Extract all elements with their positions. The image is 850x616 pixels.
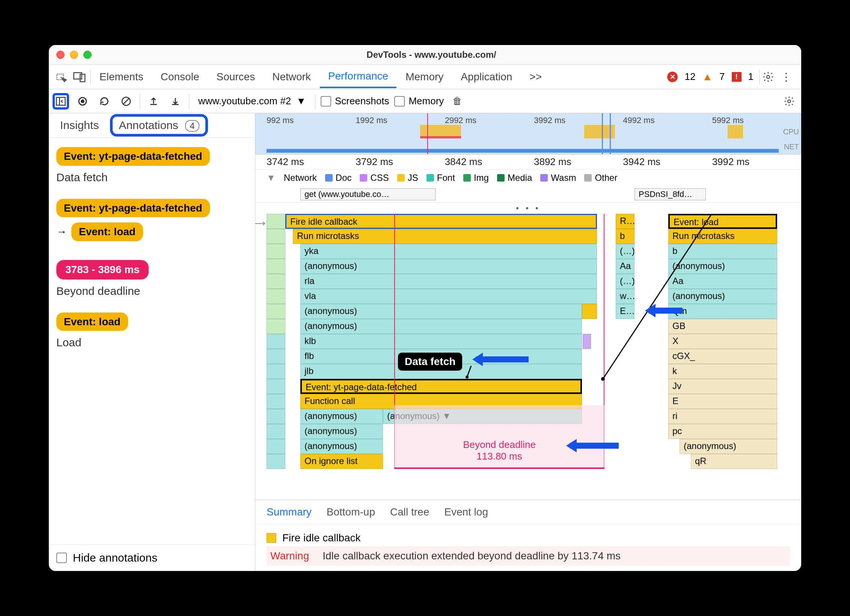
flame-bar[interactable]: ri bbox=[668, 409, 777, 424]
annotation-item[interactable]: Event: yt-page-data-fetched Data fetch bbox=[56, 147, 247, 184]
flame-bar[interactable] bbox=[583, 334, 591, 349]
flame-bar[interactable]: qR bbox=[691, 454, 777, 469]
error-icon: ✕ bbox=[667, 72, 678, 82]
flame-bar[interactable]: (anonymous) bbox=[300, 319, 582, 334]
reload-button[interactable] bbox=[96, 93, 113, 110]
network-track[interactable]: get (www.youtube.co…PSDnSI_8fd… bbox=[255, 186, 801, 203]
flame-bar[interactable]: (anonymous) bbox=[300, 259, 597, 274]
legend-other: Other bbox=[584, 173, 617, 183]
toggle-sidebar-button[interactable] bbox=[53, 93, 69, 110]
flame-bar[interactable]: vla bbox=[300, 289, 597, 304]
chevron-down-icon: ▼ bbox=[296, 95, 306, 107]
minimize-window-icon[interactable] bbox=[70, 51, 78, 59]
inspect-element-icon[interactable] bbox=[54, 69, 69, 84]
flame-bar[interactable]: Function call bbox=[300, 394, 582, 409]
window-title: DevTools - www.youtube.com/ bbox=[92, 50, 771, 60]
tab-bottom-up[interactable]: Bottom-up bbox=[327, 506, 375, 518]
tab-console[interactable]: Console bbox=[152, 66, 208, 87]
legend-media: Media bbox=[497, 173, 532, 183]
flame-bar[interactable] bbox=[582, 304, 597, 319]
tab-call-tree[interactable]: Call tree bbox=[390, 506, 429, 518]
flame-bar[interactable]: (anonymous) bbox=[300, 439, 383, 454]
panel-settings-icon[interactable] bbox=[781, 93, 797, 110]
sidebar-tab-annotations[interactable]: Annotations 4 bbox=[110, 114, 208, 137]
legend-css: CSS bbox=[360, 173, 389, 183]
hide-annotations-checkbox[interactable] bbox=[56, 553, 67, 563]
summary-pane: Summary Bottom-up Call tree Event log Fi… bbox=[255, 500, 801, 571]
overview-timeline[interactable]: 992 ms 1992 ms 2992 ms 3992 ms 4992 ms 5… bbox=[255, 113, 801, 155]
event-color-swatch bbox=[267, 533, 276, 543]
flame-bar[interactable]: (anonymous) bbox=[300, 304, 582, 319]
upload-button[interactable] bbox=[145, 93, 162, 110]
annotation-item[interactable]: Event: load Load bbox=[56, 313, 247, 349]
flame-bar[interactable]: On ignore list bbox=[300, 454, 383, 469]
flame-bar[interactable]: E bbox=[668, 394, 777, 409]
flame-bar[interactable]: Fire idle callback bbox=[285, 214, 597, 229]
flame-bar[interactable]: Run microtasks bbox=[293, 229, 597, 244]
sidebar: Insights Annotations 4 Event: yt-page-da… bbox=[49, 113, 255, 571]
flame-bar[interactable]: (anonymous) bbox=[300, 424, 383, 439]
flame-bar[interactable]: (anonymous) bbox=[300, 409, 383, 424]
overview-ticks: 992 ms 1992 ms 2992 ms 3992 ms 4992 ms 5… bbox=[255, 113, 801, 125]
tab-elements[interactable]: Elements bbox=[91, 66, 152, 87]
warning-icon: ▲ bbox=[702, 71, 713, 83]
legend-img: Img bbox=[463, 173, 489, 183]
hide-annotations-row[interactable]: Hide annotations bbox=[49, 544, 255, 571]
tab-event-log[interactable]: Event log bbox=[444, 506, 488, 518]
screenshots-checkbox[interactable]: Screenshots bbox=[321, 95, 389, 107]
settings-icon[interactable] bbox=[761, 69, 776, 84]
flame-bar[interactable]: klb bbox=[300, 334, 582, 349]
legend-wasm: Wasm bbox=[540, 173, 576, 183]
performance-toolbar: www.youtube.com #2 ▼ Screenshots Memory … bbox=[49, 89, 801, 113]
flame-bar[interactable]: pc bbox=[668, 424, 777, 439]
legend-doc: Doc bbox=[325, 173, 352, 183]
tab-performance[interactable]: Performance bbox=[320, 66, 396, 88]
tab-sources[interactable]: Sources bbox=[208, 66, 263, 87]
page-select-dropdown[interactable]: www.youtube.com #2 ▼ bbox=[194, 95, 310, 107]
annotations-list: Event: yt-page-data-fetched Data fetch E… bbox=[49, 138, 255, 544]
tab-summary[interactable]: Summary bbox=[267, 506, 312, 518]
kebab-menu-icon[interactable]: ⋮ bbox=[779, 69, 794, 84]
collapsed-ellipsis: • • • bbox=[255, 203, 801, 214]
arrow-right-icon: → bbox=[56, 226, 67, 238]
gc-button[interactable]: 🗑 bbox=[449, 93, 466, 110]
flame-bar[interactable]: (anonymous) ▼ bbox=[383, 409, 582, 424]
svg-line-13 bbox=[603, 214, 721, 379]
download-button[interactable] bbox=[167, 93, 184, 110]
sidebar-tab-insights[interactable]: Insights bbox=[55, 115, 104, 135]
network-collapse-icon[interactable]: ▼ bbox=[267, 173, 276, 183]
svg-line-11 bbox=[467, 366, 471, 377]
svg-point-14 bbox=[601, 377, 605, 381]
network-request[interactable]: get (www.youtube.co… bbox=[300, 188, 436, 200]
flame-bar[interactable]: rla bbox=[300, 274, 597, 289]
record-button[interactable] bbox=[74, 93, 91, 110]
status-counters[interactable]: ✕12 ▲7 !1 bbox=[667, 71, 759, 83]
device-toolbar-icon[interactable] bbox=[72, 69, 87, 84]
svg-point-7 bbox=[81, 99, 84, 103]
svg-point-12 bbox=[466, 376, 469, 379]
legend-js: JS bbox=[397, 173, 418, 183]
flame-bar[interactable]: (anonymous) bbox=[680, 439, 777, 454]
tab-network[interactable]: Network bbox=[264, 66, 319, 87]
annotation-item[interactable]: 3783 - 3896 ms Beyond deadline bbox=[56, 260, 247, 297]
traffic-lights bbox=[56, 51, 92, 59]
memory-checkbox[interactable]: Memory bbox=[394, 95, 444, 107]
close-window-icon[interactable] bbox=[56, 51, 65, 59]
flame-bar[interactable]: Event: yt-page-data-fetched bbox=[300, 379, 582, 394]
tab-more[interactable]: >> bbox=[521, 66, 550, 87]
legend-font: Font bbox=[427, 173, 455, 183]
svg-rect-2 bbox=[80, 74, 85, 81]
annotations-count-badge: 4 bbox=[185, 120, 199, 132]
flame-bar[interactable]: yka bbox=[300, 244, 597, 259]
summary-tabs: Summary Bottom-up Call tree Event log bbox=[255, 500, 801, 524]
flame-chart[interactable]: Fire idle callbackR…Event: loadRun micro… bbox=[255, 214, 801, 500]
tab-memory[interactable]: Memory bbox=[397, 66, 452, 87]
network-request[interactable]: PSDnSI_8fd… bbox=[634, 188, 706, 200]
sidebar-tabs: Insights Annotations 4 bbox=[49, 113, 255, 138]
tab-application[interactable]: Application bbox=[452, 66, 520, 87]
clear-button[interactable] bbox=[118, 93, 134, 110]
zoom-window-icon[interactable] bbox=[83, 51, 92, 59]
annotation-item[interactable]: Event: yt-page-data-fetched → Event: loa… bbox=[56, 199, 247, 241]
svg-point-10 bbox=[788, 100, 791, 103]
devtools-window: DevTools - www.youtube.com/ Elements Con… bbox=[49, 45, 801, 571]
